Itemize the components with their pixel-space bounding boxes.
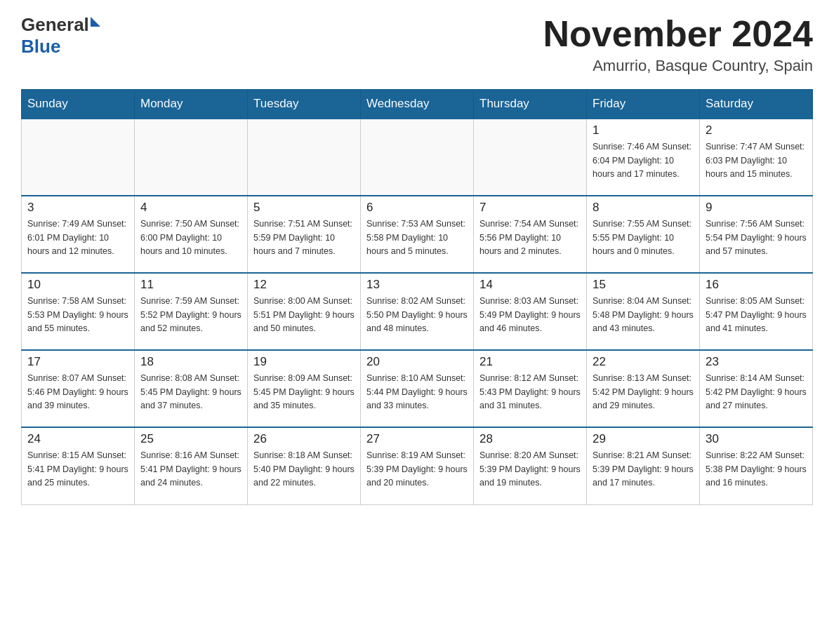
day-cell [135,119,248,196]
day-cell [248,119,361,196]
day-cell: 12Sunrise: 8:00 AM Sunset: 5:51 PM Dayli… [248,273,361,350]
col-header-sunday: Sunday [22,90,135,119]
day-cell: 17Sunrise: 8:07 AM Sunset: 5:46 PM Dayli… [22,350,135,427]
col-header-friday: Friday [587,90,700,119]
day-number: 18 [140,355,241,369]
day-number: 23 [706,355,807,369]
day-cell: 10Sunrise: 7:58 AM Sunset: 5:53 PM Dayli… [22,273,135,350]
day-info: Sunrise: 8:21 AM Sunset: 5:39 PM Dayligh… [593,449,694,490]
day-number: 3 [27,201,128,215]
day-info: Sunrise: 8:19 AM Sunset: 5:39 PM Dayligh… [366,449,468,490]
logo-blue-text: Blue [21,36,60,58]
week-row-3: 10Sunrise: 7:58 AM Sunset: 5:53 PM Dayli… [22,273,813,350]
day-info: Sunrise: 7:55 AM Sunset: 5:55 PM Dayligh… [593,217,694,258]
day-cell: 6Sunrise: 7:53 AM Sunset: 5:58 PM Daylig… [361,196,474,273]
day-number: 8 [593,201,694,215]
day-info: Sunrise: 8:13 AM Sunset: 5:42 PM Dayligh… [593,372,694,412]
day-cell: 11Sunrise: 7:59 AM Sunset: 5:52 PM Dayli… [135,273,248,350]
day-cell: 5Sunrise: 7:51 AM Sunset: 5:59 PM Daylig… [248,196,361,273]
calendar-subtitle: Amurrio, Basque Country, Spain [543,57,813,75]
day-cell: 8Sunrise: 7:55 AM Sunset: 5:55 PM Daylig… [587,196,700,273]
day-cell: 21Sunrise: 8:12 AM Sunset: 5:43 PM Dayli… [474,350,587,427]
day-cell: 2Sunrise: 7:47 AM Sunset: 6:03 PM Daylig… [700,119,813,196]
day-info: Sunrise: 8:12 AM Sunset: 5:43 PM Dayligh… [479,372,581,412]
day-info: Sunrise: 7:58 AM Sunset: 5:53 PM Dayligh… [27,295,128,335]
calendar-title: November 2024 [543,14,813,54]
day-info: Sunrise: 8:09 AM Sunset: 5:45 PM Dayligh… [253,372,355,412]
day-number: 16 [706,278,807,292]
col-header-saturday: Saturday [700,90,813,119]
day-cell: 16Sunrise: 8:05 AM Sunset: 5:47 PM Dayli… [700,273,813,350]
page-header: General Blue November 2024 Amurrio, Basq… [21,14,813,75]
day-number: 6 [366,201,468,215]
day-number: 28 [479,432,581,446]
day-info: Sunrise: 8:02 AM Sunset: 5:50 PM Dayligh… [366,295,468,335]
day-cell [22,119,135,196]
day-number: 20 [366,355,468,369]
day-number: 2 [706,123,807,137]
day-number: 27 [366,432,468,446]
day-info: Sunrise: 8:15 AM Sunset: 5:41 PM Dayligh… [27,449,128,490]
day-cell [361,119,474,196]
day-info: Sunrise: 7:56 AM Sunset: 5:54 PM Dayligh… [706,217,807,258]
day-info: Sunrise: 7:47 AM Sunset: 6:03 PM Dayligh… [706,140,807,181]
day-cell: 9Sunrise: 7:56 AM Sunset: 5:54 PM Daylig… [700,196,813,273]
day-cell: 23Sunrise: 8:14 AM Sunset: 5:42 PM Dayli… [700,350,813,427]
day-number: 7 [479,201,581,215]
day-cell: 1Sunrise: 7:46 AM Sunset: 6:04 PM Daylig… [587,119,700,196]
day-number: 17 [27,355,128,369]
day-cell: 18Sunrise: 8:08 AM Sunset: 5:45 PM Dayli… [135,350,248,427]
col-header-monday: Monday [135,90,248,119]
week-row-4: 17Sunrise: 8:07 AM Sunset: 5:46 PM Dayli… [22,350,813,427]
day-cell: 25Sunrise: 8:16 AM Sunset: 5:41 PM Dayli… [135,427,248,504]
day-info: Sunrise: 8:20 AM Sunset: 5:39 PM Dayligh… [479,449,581,490]
calendar-header-row: SundayMondayTuesdayWednesdayThursdayFrid… [22,90,813,119]
day-number: 13 [366,278,468,292]
day-info: Sunrise: 8:22 AM Sunset: 5:38 PM Dayligh… [706,449,807,490]
week-row-5: 24Sunrise: 8:15 AM Sunset: 5:41 PM Dayli… [22,427,813,504]
col-header-thursday: Thursday [474,90,587,119]
day-info: Sunrise: 8:08 AM Sunset: 5:45 PM Dayligh… [140,372,241,412]
day-info: Sunrise: 8:18 AM Sunset: 5:40 PM Dayligh… [253,449,355,490]
day-info: Sunrise: 8:03 AM Sunset: 5:49 PM Dayligh… [479,295,581,335]
day-info: Sunrise: 8:04 AM Sunset: 5:48 PM Dayligh… [593,295,694,335]
day-cell: 29Sunrise: 8:21 AM Sunset: 5:39 PM Dayli… [587,427,700,504]
day-cell: 22Sunrise: 8:13 AM Sunset: 5:42 PM Dayli… [587,350,700,427]
day-cell: 30Sunrise: 8:22 AM Sunset: 5:38 PM Dayli… [700,427,813,504]
day-number: 14 [479,278,581,292]
day-cell: 13Sunrise: 8:02 AM Sunset: 5:50 PM Dayli… [361,273,474,350]
day-cell: 20Sunrise: 8:10 AM Sunset: 5:44 PM Dayli… [361,350,474,427]
logo-general-text: General [21,14,89,36]
day-number: 22 [593,355,694,369]
day-info: Sunrise: 7:50 AM Sunset: 6:00 PM Dayligh… [140,217,241,258]
day-number: 24 [27,432,128,446]
col-header-wednesday: Wednesday [361,90,474,119]
day-number: 12 [253,278,355,292]
day-cell: 4Sunrise: 7:50 AM Sunset: 6:00 PM Daylig… [135,196,248,273]
logo: General Blue [21,14,100,58]
day-info: Sunrise: 7:54 AM Sunset: 5:56 PM Dayligh… [479,217,581,258]
day-cell: 15Sunrise: 8:04 AM Sunset: 5:48 PM Dayli… [587,273,700,350]
week-row-2: 3Sunrise: 7:49 AM Sunset: 6:01 PM Daylig… [22,196,813,273]
col-header-tuesday: Tuesday [248,90,361,119]
day-cell: 28Sunrise: 8:20 AM Sunset: 5:39 PM Dayli… [474,427,587,504]
day-info: Sunrise: 8:14 AM Sunset: 5:42 PM Dayligh… [706,372,807,412]
day-number: 30 [706,432,807,446]
title-block: November 2024 Amurrio, Basque Country, S… [543,14,813,75]
day-number: 25 [140,432,241,446]
logo-triangle-icon [91,17,100,27]
day-info: Sunrise: 7:49 AM Sunset: 6:01 PM Dayligh… [27,217,128,258]
day-number: 11 [140,278,241,292]
day-number: 26 [253,432,355,446]
day-info: Sunrise: 7:53 AM Sunset: 5:58 PM Dayligh… [366,217,468,258]
day-info: Sunrise: 7:46 AM Sunset: 6:04 PM Dayligh… [593,140,694,181]
calendar-table: SundayMondayTuesdayWednesdayThursdayFrid… [21,89,813,505]
day-info: Sunrise: 8:16 AM Sunset: 5:41 PM Dayligh… [140,449,241,490]
day-info: Sunrise: 8:05 AM Sunset: 5:47 PM Dayligh… [706,295,807,335]
day-info: Sunrise: 8:10 AM Sunset: 5:44 PM Dayligh… [366,372,468,412]
day-number: 9 [706,201,807,215]
day-number: 15 [593,278,694,292]
day-cell: 3Sunrise: 7:49 AM Sunset: 6:01 PM Daylig… [22,196,135,273]
day-cell: 26Sunrise: 8:18 AM Sunset: 5:40 PM Dayli… [248,427,361,504]
day-number: 10 [27,278,128,292]
